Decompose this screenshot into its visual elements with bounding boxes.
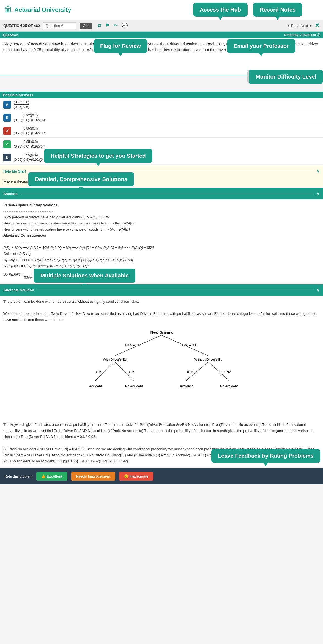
svg-text:With Driver's Ed: With Driver's Ed [103,358,127,362]
alt-content: The problem can be done with a tree stru… [0,296,323,467]
answer-letter-d: ✓ [3,140,11,148]
go-button[interactable]: Go! [80,23,92,29]
svg-text:60% = 0.6: 60% = 0.6 [125,343,140,347]
answer-formula-d: (0.95)(0.6) (0.95)(0.6)+(0.92)(0.4) [14,140,46,148]
alt-toggle[interactable]: ∧ [316,287,320,293]
svg-text:New Drivers: New Drivers [150,330,173,335]
next-button[interactable]: Next ► [301,24,313,28]
answer-letter-a: A [3,101,11,109]
svg-text:Without Driver's Ed: Without Driver's Ed [194,358,222,362]
answers-header: Possible Answers [0,92,323,98]
close-button[interactable]: ✕ [315,22,320,29]
solution-divider-1: ----------------------------- [3,208,320,214]
help-toggle[interactable]: ∧ [316,168,320,174]
answer-formula-b: (0.92)(0.4) (0.95)(0.6)+(0.92)(0.4) [14,113,46,122]
solution-label: Solution [3,192,18,196]
flag-icon[interactable]: ⚑ [105,23,110,29]
tree-svg: New Drivers 60% = 0.6 40% = 0.4 With Dri… [79,328,244,416]
header: 🏛 Actuarial University Access the Hub Re… [0,0,323,20]
solution-line-4: New drivers with driver education have 5… [3,226,320,232]
alt-intro-2: We create a root node at top, "New Drive… [3,311,320,323]
nav-buttons: ◄ Prev Next ► ✕ [287,22,320,29]
answer-formula-e: (0.95)(0.4) (0.95)(0.4)+(0.92)(0.6) [14,153,46,162]
solution-divider-2: ---------------------- [3,239,320,245]
logo-text: Actuarial University [14,6,71,13]
alt-label: Alternate Solution [3,288,34,292]
logo-area: 🏛 Actuarial University [4,5,71,14]
alt-header[interactable]: Alternate Solution ∧ Multiple Solutions … [0,284,323,296]
excellent-button[interactable]: 👍 Excellent [36,472,67,481]
edit-icon[interactable]: ✏ [114,23,118,29]
leave-feedback-tooltip[interactable]: Leave Feedback by Rating Problems [211,449,320,463]
monitor-difficulty-tooltip[interactable]: Monitor Difficulty Level [247,70,323,84]
svg-text:0.92: 0.92 [224,370,231,374]
tree-diagram: New Drivers 60% = 0.6 40% = 0.4 With Dri… [3,328,320,416]
solution-line-3: New drivers without driver education hav… [3,220,320,226]
prev-button[interactable]: ◄ Prev [287,24,299,28]
bar-icons: ⇄ ⚑ ✏ 💬 [97,23,128,29]
alternate-solution-section: Alternate Solution ∧ Multiple Solutions … [0,284,323,467]
alt-explanation-1: The keyword "given" indicates a conditio… [3,422,320,440]
solution-line-6: P(D) = 60% ==> P(D′) = 40% P(A|D′) = 8% … [3,245,320,251]
solution-line-5: Algebraic Consequences [3,232,320,238]
answer-letter-e: E [3,154,11,161]
question-count: QUESTION 25 OF 462 [3,24,40,28]
question-bar: QUESTION 25 OF 462 Go! ⇄ ⚑ ✏ 💬 ◄ Prev Ne… [0,20,323,32]
svg-text:No Accident: No Accident [220,384,238,388]
record-notes-tooltip[interactable]: Record Notes [253,3,302,17]
detailed-solutions-tooltip[interactable]: Detailed, Comprehensive Solutions [28,171,135,187]
email-professor-tooltip[interactable]: Email your Professor [227,39,295,53]
question-section: Question Difficulty: Advanced ⓘ Sixty pe… [0,32,323,75]
question-header: Question Difficulty: Advanced ⓘ [0,32,323,38]
share-icon[interactable]: ⇄ [97,23,102,29]
solution-line-2: Sixty percent of drivers have had driver… [3,214,320,220]
svg-text:Accident: Accident [89,384,102,388]
logo-icon: 🏛 [4,5,12,14]
solution-line-7: Calculate P(D|A′) [3,251,320,257]
answer-row-c[interactable]: ✗ (0.95)(0.4) (0.95)(0.6)+(0.92)(0.4) [0,124,323,138]
answer-row-a[interactable]: A (0.05)(0.6) (0.05)(0.6) [0,98,323,111]
help-header-label: Help Me Start [3,169,26,173]
answer-formula-a: (0.05)(0.6) (0.05)(0.6) [14,100,29,109]
needs-improvement-button[interactable]: Needs Improvement [71,472,115,481]
answer-letter-b: B [3,114,11,122]
header-tooltips: Access the Hub Record Notes [193,3,302,17]
answer-formula-c: (0.95)(0.4) (0.95)(0.6)+(0.92)(0.4) [14,127,46,135]
svg-text:No Accident: No Accident [125,384,143,388]
rate-label: Rate this problem [4,474,32,478]
svg-text:Accident: Accident [180,384,193,388]
svg-text:40% = 0.4: 40% = 0.4 [182,343,197,347]
difficulty-badge: Difficulty: Advanced ⓘ [284,33,320,37]
question-header-label: Question [3,33,18,37]
answer-row-b[interactable]: B (0.92)(0.4) (0.95)(0.6)+(0.92)(0.4) [0,111,323,124]
multiple-solutions-tooltip[interactable]: Multiple Solutions when Available [33,268,136,284]
svg-text:0.08: 0.08 [187,370,194,374]
rating-bar: Rate this problem 👍 Excellent Needs Impr… [0,468,323,484]
alt-intro-1: The problem can be done with a tree stru… [3,299,320,305]
solution-divider [20,194,313,194]
svg-text:0.05: 0.05 [95,370,102,374]
helpful-strategies-tooltip[interactable]: Helpful Strategies to get you Started [44,149,152,163]
solution-line-1: Verbal-Algebraic Interpretations [3,202,320,208]
alt-divider [37,290,313,290]
question-number-input[interactable] [43,22,76,29]
access-hub-tooltip[interactable]: Access the Hub [193,3,248,17]
solution-header[interactable]: Solution ∧ Detailed, Comprehensive Solut… [0,188,323,199]
solution-line-8: By Bayes' Theorem P(X|Y) = P(XY)/P(Y) = … [3,257,320,263]
message-icon[interactable]: 💬 [122,23,128,29]
svg-text:0.95: 0.95 [128,370,135,374]
flag-review-tooltip[interactable]: Flag for Review [94,39,147,53]
inadequate-button[interactable]: 😞 Inadequate [119,472,153,481]
answer-letter-c: ✗ [3,127,11,135]
solution-toggle[interactable]: ∧ [316,191,320,197]
